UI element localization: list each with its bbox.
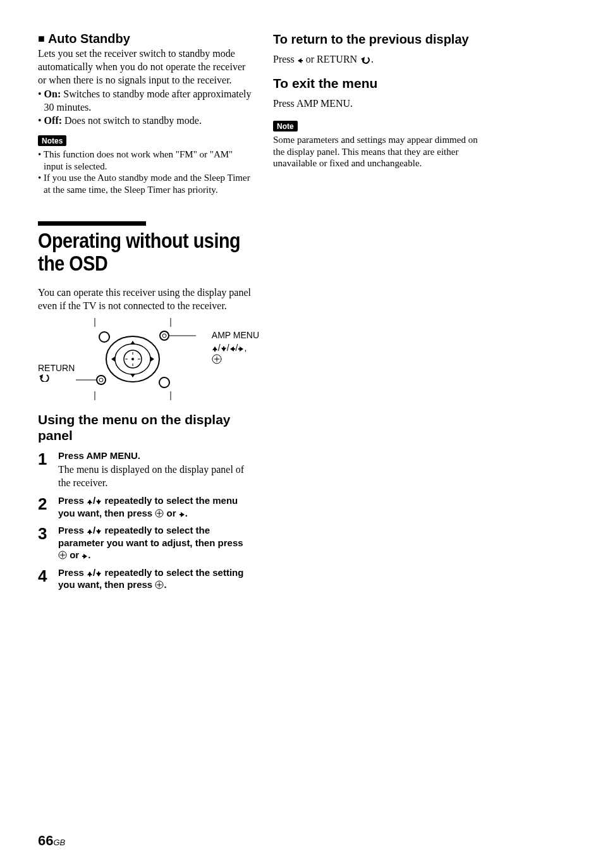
svg-marker-39 <box>87 529 92 534</box>
note-body: Some parameters and settings may appear … <box>273 134 489 169</box>
list-item: On: Switches to standby mode after appro… <box>38 88 254 114</box>
svg-marker-38 <box>180 512 185 517</box>
step-instruction: Press / repeatedly to select the setting… <box>58 566 254 591</box>
exit-menu-body: Press AMP MENU. <box>273 97 489 111</box>
arrow-left-icon <box>229 346 236 352</box>
arrow-up-icon <box>87 529 93 535</box>
arrow-up-icon <box>87 571 93 577</box>
arrow-right-icon <box>82 553 88 559</box>
svg-marker-50 <box>298 58 303 63</box>
svg-marker-44 <box>82 554 87 559</box>
svg-point-11 <box>159 377 169 388</box>
step-instruction: Press AMP MENU. <box>58 449 254 462</box>
step: 3 Press / repeatedly to select the param… <box>38 524 254 561</box>
svg-marker-29 <box>238 346 243 351</box>
step-instruction: Press / repeatedly to select the menu yo… <box>58 494 254 519</box>
list-item: Off: Does not switch to standby mode. <box>38 114 254 128</box>
return-previous-heading: To return to the previous display <box>273 32 489 47</box>
auto-standby-intro: Lets you set the receiver switch to stan… <box>38 47 254 87</box>
enter-icon <box>58 551 67 559</box>
auto-standby-options: On: Switches to standby mode after appro… <box>38 88 254 127</box>
svg-point-5 <box>160 331 169 340</box>
svg-marker-45 <box>87 572 92 577</box>
arrow-down-icon <box>95 499 102 505</box>
step-number: 1 <box>38 449 58 467</box>
operating-heading: Operating without using the OSD <box>38 229 254 276</box>
svg-point-15 <box>131 358 134 360</box>
arrow-down-icon <box>95 529 102 535</box>
note-badge: Note <box>273 121 298 131</box>
svg-marker-17 <box>130 374 135 377</box>
svg-marker-33 <box>87 499 92 504</box>
svg-marker-28 <box>230 346 235 351</box>
step: 2 Press / repeatedly to select the menu … <box>38 494 254 519</box>
remote-label-return: RETURN <box>38 364 75 383</box>
exit-menu-heading: To exit the menu <box>273 75 489 91</box>
using-menu-heading: Using the menu on the display panel <box>38 412 254 443</box>
enter-icon <box>155 509 164 518</box>
svg-marker-16 <box>130 341 135 345</box>
svg-point-8 <box>97 376 106 384</box>
svg-marker-26 <box>212 346 217 351</box>
step-number: 2 <box>38 494 58 512</box>
arrow-right-icon <box>238 346 244 352</box>
step-instruction: Press / repeatedly to select the paramet… <box>58 524 254 561</box>
enter-icon <box>155 580 164 589</box>
arrow-left-icon <box>297 58 303 64</box>
step-number: 3 <box>38 524 58 542</box>
list-item: If you use the Auto standby mode and the… <box>38 172 254 196</box>
step-number: 4 <box>38 566 58 584</box>
arrow-up-icon <box>212 346 218 352</box>
svg-point-9 <box>99 378 103 382</box>
auto-standby-notes: This function does not work when "FM" or… <box>38 149 254 196</box>
return-icon <box>38 373 51 382</box>
arrow-down-icon <box>95 571 102 577</box>
return-previous-body: Press or RETURN . <box>273 53 489 66</box>
svg-point-6 <box>162 334 166 338</box>
svg-marker-27 <box>221 346 226 351</box>
remote-diagram: RETURN AMP MENU ///, <box>38 318 253 400</box>
list-item: This function does not work when "FM" or… <box>38 149 254 173</box>
step-description: The menu is displayed on the display pan… <box>58 463 254 490</box>
svg-point-4 <box>99 332 109 342</box>
auto-standby-heading: Auto Standby <box>38 32 254 46</box>
svg-marker-46 <box>96 572 101 577</box>
section-divider <box>38 221 146 226</box>
svg-marker-18 <box>111 357 115 362</box>
arrow-down-icon <box>221 346 227 352</box>
step: 1 Press AMP MENU. The menu is displayed … <box>38 449 254 489</box>
return-icon <box>360 56 371 64</box>
remote-label-ampmenu: AMP MENU ///, <box>212 329 259 367</box>
svg-marker-34 <box>96 499 101 504</box>
svg-marker-40 <box>96 529 101 534</box>
enter-icon <box>212 354 222 364</box>
arrow-icons: ///, <box>212 343 247 353</box>
arrow-right-icon <box>179 511 185 518</box>
notes-badge: Notes <box>38 135 66 146</box>
svg-marker-19 <box>150 357 154 362</box>
step: 4 Press / repeatedly to select the setti… <box>38 566 254 591</box>
arrow-up-icon <box>87 499 93 505</box>
operating-intro: You can operate this receiver using the … <box>38 286 254 313</box>
